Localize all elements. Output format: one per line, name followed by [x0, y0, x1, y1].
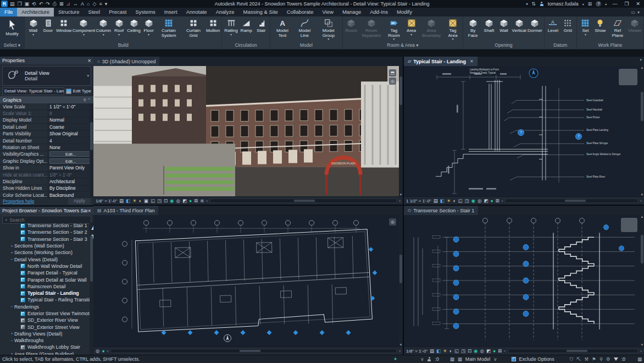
property-value[interactable]: Show Original: [47, 131, 93, 137]
workset-dialog-icon[interactable]: ▦: [458, 356, 462, 362]
tab-view[interactable]: View: [318, 8, 337, 16]
editing-requests-caret-icon[interactable]: ∨: [420, 356, 424, 362]
temporary-hide-isolate-icon[interactable]: ◉: [471, 197, 475, 205]
scale-button[interactable]: 1/8" = 1'-0": [96, 199, 117, 204]
vertical-scrollbar[interactable]: ▼: [399, 66, 403, 196]
hide-analytical-model-icon[interactable]: ⊞: [498, 347, 502, 355]
browser-item-typical-stair-landing[interactable]: Typical Stair - Landing: [0, 290, 93, 296]
browser-item-exterior-street-view-twinmotion[interactable]: Exterior Street View Twinmotion: [0, 310, 93, 317]
apply-button[interactable]: Apply: [68, 198, 91, 205]
dropdown-caret-icon[interactable]: ▾: [32, 34, 34, 36]
vertical-scrollbar[interactable]: ▼: [399, 215, 403, 346]
browser-item-detail-views-detail[interactable]: −Detail Views (Detail): [0, 256, 93, 262]
show-button[interactable]: Show: [593, 18, 608, 34]
shadows-icon[interactable]: ◐: [449, 347, 452, 355]
measure-icon[interactable]: ⊿: [66, 1, 71, 7]
horizontal-scrollbar[interactable]: [110, 349, 397, 353]
horizontal-scrollbar[interactable]: [210, 199, 397, 203]
property-value[interactable]: 1 1/2" = 1'-0": [47, 103, 93, 109]
filter-icon[interactable]: [614, 358, 618, 361]
type-selector[interactable]: Detail View Detail ▾: [2, 66, 91, 86]
thin-lines-icon[interactable]: ▤: [434, 197, 438, 205]
browser-item-sd-exterior-street-view[interactable]: SD_Exterior Street View: [0, 323, 93, 330]
tab-architecture[interactable]: Architecture: [17, 8, 54, 16]
grid-button[interactable]: Grid: [560, 18, 575, 34]
railing-button[interactable]: Railing▾: [223, 18, 238, 36]
highlight-displacement-icon[interactable]: ≋: [200, 197, 204, 205]
temporary-view-properties-icon[interactable]: ●: [102, 347, 104, 355]
undo-icon[interactable]: ↶: [39, 1, 43, 7]
worksharing-display-icon[interactable]: ◩: [484, 197, 488, 205]
signed-in-user[interactable]: tomasz.fudala: [548, 1, 579, 7]
sync-with-central-icon[interactable]: ⟲: [32, 1, 36, 7]
help-caret-icon[interactable]: ▾: [605, 2, 607, 6]
hide-analytical-model-icon[interactable]: ⊞: [194, 197, 198, 205]
worksharing-display-icon[interactable]: ◩: [486, 347, 491, 355]
vertical-button[interactable]: Vertical: [511, 18, 527, 34]
area-button[interactable]: Area▾: [404, 18, 419, 36]
close-button[interactable]: ✕: [634, 1, 642, 7]
search-input[interactable]: [9, 217, 88, 223]
ribbon-display-icon[interactable]: ▭: [631, 10, 635, 15]
worksharing-display-icon[interactable]: ◩: [182, 197, 187, 205]
ribbon-panel-caption[interactable]: Opening: [463, 42, 544, 49]
wall-button[interactable]: Wall▾: [26, 18, 41, 36]
ribbon-panel-caption[interactable]: Build: [25, 42, 221, 49]
project-browser-close-icon[interactable]: ✕: [87, 208, 91, 213]
properties-close-icon[interactable]: ✕: [87, 58, 91, 63]
tab-manage[interactable]: Manage: [338, 8, 365, 16]
tab-systems[interactable]: Systems: [131, 8, 159, 16]
tab-add-ins[interactable]: Add-Ins: [365, 8, 392, 16]
properties-header[interactable]: Properties ✕: [0, 57, 93, 64]
properties-help-link[interactable]: Properties help: [3, 199, 34, 204]
user-interface-icon[interactable]: ▾: [105, 1, 108, 7]
property-value[interactable]: By Discipline: [47, 185, 93, 191]
type-selector-caret-icon[interactable]: ▾: [87, 74, 89, 78]
temporary-view-properties-icon[interactable]: ●: [490, 197, 493, 205]
dropdown-caret-icon[interactable]: ▾: [327, 38, 329, 40]
unlocked-view-icon[interactable]: ⊡: [468, 347, 471, 355]
temporary-hide-isolate-icon[interactable]: ◉: [170, 197, 174, 205]
property-value[interactable]: Background: [47, 192, 93, 197]
ribbon-display-caret-icon[interactable]: ▾: [637, 10, 640, 15]
floor-button[interactable]: Floor▾: [141, 18, 156, 36]
scroll-right-icon[interactable]: ›: [640, 199, 642, 204]
edit-type-button[interactable]: Edit Type: [73, 89, 91, 94]
expand-icon[interactable]: +: [9, 250, 14, 255]
ribbon-panel-caption[interactable]: Select ▾: [0, 42, 24, 49]
ref-plane-button[interactable]: Ref Plane: [608, 18, 628, 38]
sync-status-icon[interactable]: ⇅: [531, 1, 536, 7]
tag-area-button[interactable]: Tag Area▾: [444, 18, 462, 41]
property-value[interactable]: Edit...: [47, 158, 93, 164]
browser-item-sections-wall-section[interactable]: +Sections (Wall Section): [0, 243, 93, 249]
tab-annotate[interactable]: Annotate: [182, 8, 212, 16]
instance-selector[interactable]: Detail View: Typical Stair - Landin ▾: [2, 87, 64, 95]
view-tab-stair-detail[interactable]: ▱ Typical Stair - Landing ✕: [404, 57, 478, 66]
browser-item-renderings[interactable]: −Renderings: [0, 304, 93, 310]
browser-item-transverse-section-stair-3[interactable]: Transverse Section - Stair 3: [0, 236, 93, 243]
collapse-controls-icon[interactable]: ‹: [206, 199, 208, 204]
section-pin-icon[interactable]: ⚲ ⌃: [84, 98, 91, 102]
steering-wheel-icon[interactable]: ◎: [389, 218, 396, 226]
show-crop-region-icon[interactable]: ◳: [465, 197, 469, 205]
collaboration-icon[interactable]: ✦: [393, 356, 398, 362]
dormer-button[interactable]: Dormer: [527, 18, 543, 34]
show-crop-region-icon[interactable]: ◳: [461, 347, 465, 355]
section-icon[interactable]: ◇: [93, 1, 97, 7]
user-menu-caret-icon[interactable]: ▾: [582, 2, 584, 6]
scale-button[interactable]: 1/8" = 1'-0": [406, 349, 428, 354]
close-hidden-icon[interactable]: ⊠: [59, 1, 64, 7]
thin-lines-icon[interactable]: ▤: [430, 347, 434, 355]
settings-gear-icon[interactable]: ⚙: [606, 356, 610, 362]
by-face-button[interactable]: By Face: [464, 18, 481, 38]
collapse-controls-icon[interactable]: ‹: [504, 349, 506, 354]
visual-style-icon[interactable]: ◧: [436, 347, 441, 355]
reveal-hidden-elements-icon[interactable]: ◎: [176, 197, 180, 205]
tab-modify[interactable]: Modify: [392, 8, 417, 16]
navigation-bar[interactable]: ◎: [389, 218, 396, 226]
tab-insert[interactable]: Insert: [160, 8, 182, 16]
active-users-icon[interactable]: [427, 357, 431, 361]
browser-item-parapet-detail-typical[interactable]: Parapet Detail - Typical: [0, 270, 93, 276]
viewcube-icon[interactable]: ⬒: [389, 69, 396, 76]
tag-room-button[interactable]: Tag Room▾: [384, 18, 404, 41]
